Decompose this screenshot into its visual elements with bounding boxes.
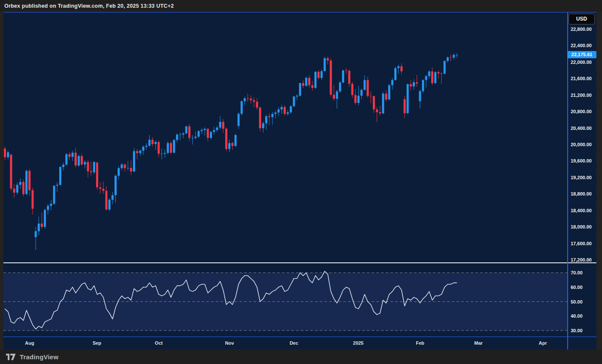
candle	[296, 96, 298, 96]
candle	[179, 135, 181, 135]
candle	[62, 165, 64, 167]
candle	[367, 80, 369, 96]
time-axis[interactable]: AugSepOctNovDec2025FebMarApr	[3, 337, 596, 349]
candle	[284, 107, 286, 114]
candle	[330, 60, 332, 95]
candle	[176, 135, 178, 140]
candle	[453, 55, 455, 57]
candle	[293, 96, 295, 106]
candle	[65, 154, 67, 165]
candle	[363, 80, 366, 90]
candle	[397, 66, 399, 68]
right-gutter	[596, 12, 602, 349]
candle	[207, 129, 209, 138]
candle	[13, 189, 15, 193]
candle	[222, 122, 224, 129]
candle	[115, 176, 117, 195]
currency-button[interactable]: USD	[569, 14, 595, 24]
candle	[321, 71, 323, 78]
pane-separator[interactable]	[3, 262, 596, 263]
candle	[308, 78, 310, 85]
candle	[327, 58, 329, 60]
candle	[373, 96, 375, 109]
price-axis-label: 18,000.00	[571, 224, 592, 230]
candle	[444, 61, 446, 74]
candle	[339, 82, 341, 91]
candle	[213, 130, 215, 132]
price-axis-border	[567, 12, 568, 349]
candle	[219, 122, 221, 127]
candle	[121, 165, 123, 168]
time-axis-label: Dec	[290, 337, 298, 349]
candle	[81, 156, 83, 165]
candle	[302, 83, 304, 86]
candle	[422, 80, 424, 91]
candle	[53, 186, 55, 204]
candle	[127, 168, 129, 168]
rsi-pane[interactable]	[3, 263, 567, 337]
candle	[271, 114, 273, 117]
time-axis-label: Oct	[155, 337, 163, 349]
candle	[413, 82, 415, 87]
candle	[400, 66, 402, 72]
candle	[351, 84, 354, 95]
footer: TradingView	[0, 349, 602, 364]
candle	[262, 123, 264, 129]
candle	[379, 112, 381, 114]
candle	[148, 140, 151, 146]
tradingview-logo-icon[interactable]	[6, 354, 16, 360]
candle	[194, 137, 197, 138]
candle	[388, 85, 390, 100]
candle	[407, 84, 409, 113]
price-axis-label: 22,400.00	[571, 42, 592, 48]
candle	[84, 162, 86, 165]
candle	[133, 151, 135, 171]
candle	[16, 185, 18, 193]
candle	[299, 83, 301, 96]
candle	[434, 72, 436, 83]
candle	[35, 231, 37, 237]
candle	[124, 165, 126, 168]
price-pane-candlesticks[interactable]	[3, 12, 567, 263]
tradingview-brand-text[interactable]: TradingView	[20, 353, 58, 361]
price-axis-label: 17,600.00	[571, 241, 592, 247]
last-price-label: 22,175.61	[567, 51, 596, 58]
candle	[28, 171, 30, 190]
rsi-axis-label: 70.00	[571, 270, 583, 276]
candle	[290, 106, 292, 112]
candle	[204, 129, 206, 130]
candle	[25, 171, 27, 194]
candle	[238, 114, 240, 126]
candle	[10, 155, 12, 189]
candle	[201, 130, 203, 131]
candle	[99, 187, 101, 189]
candle	[78, 156, 80, 165]
candle	[182, 133, 185, 135]
price-axis-label: 21,600.00	[571, 75, 592, 81]
time-axis-label: Feb	[416, 337, 424, 349]
price-axis-label: 19,600.00	[571, 158, 592, 164]
candle	[281, 107, 283, 110]
candle	[90, 171, 92, 172]
candle	[456, 55, 458, 55]
candle	[428, 72, 430, 76]
candle	[385, 93, 387, 99]
chart-widget: AugSepOctNovDec2025FebMarApr 22,800.0022…	[0, 12, 602, 349]
candle	[394, 68, 396, 80]
candle	[416, 82, 418, 84]
candle	[404, 99, 406, 113]
candle	[185, 126, 188, 133]
candle	[216, 128, 218, 130]
candle	[105, 191, 107, 210]
price-axis-label: 20,400.00	[571, 125, 592, 131]
candle	[118, 168, 120, 176]
candle	[154, 142, 157, 144]
candle	[241, 101, 243, 114]
candle	[265, 116, 267, 123]
candle	[376, 109, 378, 112]
candle	[447, 57, 449, 61]
candle	[244, 98, 246, 101]
candle	[170, 143, 172, 153]
candle	[231, 143, 233, 146]
candle	[247, 98, 249, 99]
